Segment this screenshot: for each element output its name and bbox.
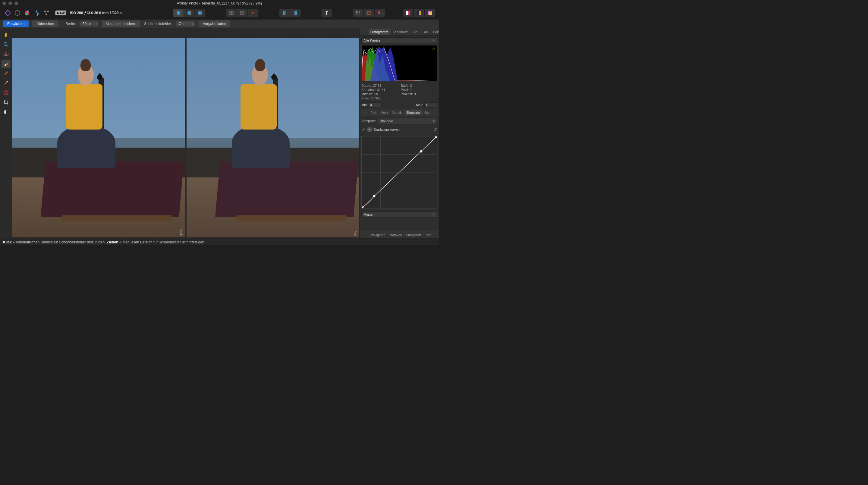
after-image[interactable] (12, 38, 185, 237)
stat-stddev: Std. Abw.: 31.81 (361, 88, 398, 92)
top-panel-tabs: ⋮⋮ Histogramm Bandbreite Ort EXIF Fokus … (360, 28, 439, 36)
tab-tone[interactable]: Tonwerte (405, 110, 422, 116)
minimize-window-button[interactable] (8, 1, 12, 5)
mirror-view-button[interactable] (195, 9, 206, 17)
split-view-button[interactable] (184, 9, 195, 17)
overlay-paint-tool[interactable] (1, 69, 10, 78)
svg-rect-30 (359, 12, 360, 13)
curves-section-header[interactable]: ✓ Gradationskurven ↺ (361, 126, 437, 133)
svg-rect-43 (429, 12, 432, 15)
sync-after-button[interactable] (237, 9, 248, 17)
tab-lens[interactable]: Objk (379, 110, 390, 116)
canvas[interactable]: Nach Vor (12, 28, 359, 238)
hand-tool[interactable] (1, 31, 10, 39)
svg-rect-12 (189, 11, 191, 15)
curves-editor[interactable] (361, 136, 437, 208)
develop-button[interactable]: Entwickeln (3, 21, 29, 27)
channel-select[interactable]: Alle Kanäle⇅ (361, 37, 437, 43)
svg-point-50 (7, 71, 8, 73)
before-label: Vor (354, 231, 358, 236)
bottom-panel-tabs: ⋮⋮ Navigator Protokoll Snapshots Info (360, 231, 439, 238)
whitebalance-tool[interactable] (1, 108, 10, 116)
reset-icon[interactable]: ↺ (433, 127, 437, 132)
redeye-tool[interactable] (1, 50, 10, 59)
histogram-display[interactable]: ⚠ (361, 45, 437, 81)
svg-rect-19 (283, 11, 284, 15)
photo-persona-icon[interactable] (4, 9, 12, 17)
swatch-3-button[interactable] (424, 9, 435, 17)
tab-bandwidth[interactable]: Bandbreite (391, 29, 410, 35)
tonemap-persona-icon[interactable] (33, 9, 41, 17)
svg-rect-33 (359, 13, 360, 14)
stat-percent: Prozent: 0 (401, 92, 437, 96)
tab-details[interactable]: Details (391, 110, 404, 116)
single-view-button[interactable] (173, 9, 184, 17)
warning-icon[interactable]: ⚠ (432, 47, 435, 51)
stat-mean: Durch.: 27.83 (361, 84, 398, 87)
tab-exif[interactable]: EXIF (420, 29, 431, 35)
tab-overlays[interactable]: Ove. (423, 110, 433, 116)
tab-focus[interactable]: Fokus (431, 29, 439, 35)
svg-rect-23 (326, 11, 328, 12)
show-clipped-shadows-button[interactable] (279, 9, 290, 17)
crop-tool[interactable] (1, 98, 10, 107)
grip-icon[interactable]: ⋮⋮ (361, 30, 367, 33)
sync-before-button[interactable] (226, 9, 237, 17)
curves-enable-checkbox[interactable]: ✓ (367, 127, 372, 132)
svg-point-1 (15, 10, 20, 15)
cancel-button[interactable]: Abbrechen (32, 21, 58, 27)
svg-rect-36 (378, 12, 378, 14)
before-pane: Vor (187, 28, 360, 238)
svg-rect-31 (356, 13, 357, 14)
tab-history[interactable]: Protokoll (387, 232, 404, 238)
grip-icon[interactable]: ⋮⋮ (361, 111, 367, 114)
after-label: Nach (180, 228, 183, 236)
min-input[interactable] (369, 102, 381, 107)
context-toolbar: Entwickeln Abbrechen Breite: 50 px▾ Vorg… (0, 19, 439, 28)
window-title: Affinity Photo - Teneriffa_051217_0079.R… (177, 1, 262, 5)
swap-button[interactable] (248, 9, 258, 17)
close-window-button[interactable] (2, 1, 6, 5)
curves-channel-select[interactable]: Master⇅ (361, 212, 437, 218)
export-persona-icon[interactable] (42, 9, 51, 17)
svg-point-51 (7, 81, 8, 82)
guides-button[interactable] (364, 9, 374, 17)
grid-button[interactable] (352, 9, 364, 17)
width-combo[interactable]: 50 px▾ (80, 21, 98, 27)
swatch-2-button[interactable] (413, 9, 424, 17)
tab-histogram[interactable]: Histogramm (369, 29, 390, 35)
swatch-1-button[interactable] (403, 9, 413, 17)
develop-persona-icon[interactable] (23, 9, 31, 17)
blemish-combo[interactable]: Ohne⇅ (176, 21, 195, 27)
overlay-gradient-tool[interactable] (1, 89, 10, 97)
before-image[interactable] (187, 38, 360, 237)
svg-point-71 (435, 136, 437, 138)
grip-icon[interactable]: ⋮⋮ (361, 233, 367, 236)
raw-badge: RAW (56, 10, 66, 15)
preset-select[interactable]: Standard⇅ (378, 118, 437, 124)
tab-snapshots[interactable]: Snapshots (404, 232, 424, 238)
max-input[interactable] (424, 102, 437, 107)
clip-group (279, 9, 301, 17)
max-label: Max: (416, 103, 423, 107)
svg-point-53 (5, 92, 7, 93)
tab-info[interactable]: Info (424, 232, 433, 238)
svg-rect-21 (293, 11, 296, 15)
snapping-button[interactable]: ▾ (374, 9, 385, 17)
zoom-window-button[interactable] (14, 1, 18, 5)
blemish-tool[interactable] (1, 60, 10, 68)
tab-basic[interactable]: Einf. (369, 110, 379, 116)
load-preset-button[interactable]: Vorgabe laden (198, 21, 230, 27)
zoom-tool[interactable] (1, 40, 10, 49)
overlay-erase-tool[interactable] (1, 79, 10, 87)
histogram-toggle-button[interactable] (321, 9, 332, 17)
tab-navigator[interactable]: Navigator (369, 232, 386, 238)
stat-pixel0: Pixel: 0 (401, 88, 437, 92)
histogram-panel: Alle Kanäle⇅ ⚠ Durch.: 27.83 Stufe: 0 St… (360, 36, 439, 109)
save-preset-button[interactable]: Vorgabe speichern (102, 21, 141, 27)
tab-location[interactable]: Ort (411, 29, 419, 35)
show-clipped-highlights-button[interactable] (290, 9, 301, 17)
liquify-persona-icon[interactable] (13, 9, 22, 17)
svg-rect-29 (358, 12, 358, 13)
svg-point-69 (373, 195, 375, 197)
